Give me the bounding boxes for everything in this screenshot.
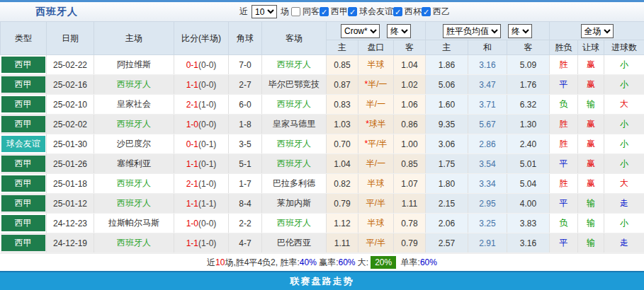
away-team[interactable]: 毕尔巴鄂竞技 — [269, 79, 320, 89]
full-time-score: 1-1 — [186, 80, 198, 90]
handicap-value: 球半 — [369, 119, 386, 129]
filter-checkbox-label: 西乙 — [433, 6, 450, 18]
result-wdl: 平 — [550, 194, 578, 214]
sub-header-avg-home: 主 — [426, 40, 468, 55]
handicap-line: 半/一 — [358, 154, 394, 174]
result-wdl: 平 — [550, 75, 578, 95]
col-header-home: 主场 — [94, 22, 174, 55]
avg-type-select[interactable]: 胜平负均值 — [443, 24, 501, 38]
handicap-line: 平/半 — [358, 233, 394, 253]
filter-checkbox-1[interactable]: ✓西甲 — [320, 6, 348, 18]
result-goals: 大 — [604, 174, 644, 194]
filter-checkbox-label: 同客 — [303, 6, 320, 18]
checked-checkbox-icon[interactable]: ✓ — [348, 7, 357, 16]
avg-draw-odds: 3.25 — [468, 214, 507, 233]
away-team[interactable]: 巴伦西亚 — [277, 238, 311, 248]
big-rate-badge: 20% — [371, 256, 396, 269]
handicap-line: 平/半 — [358, 194, 394, 214]
odds-away: 0.86 — [394, 115, 426, 134]
competition-cell: 西甲 — [1, 174, 47, 194]
odds-home: 1.12 — [327, 214, 358, 233]
corner-score: 1-7 — [229, 174, 262, 194]
odds-home: 1.11 — [327, 233, 358, 253]
footer-bar: 联赛盘路走势 — [0, 271, 644, 290]
col-header-type: 类型 — [1, 22, 47, 55]
handicap-line: 半球 — [358, 55, 394, 75]
away-team[interactable]: 西班牙人 — [277, 218, 311, 228]
result-goals: 小 — [604, 134, 644, 154]
filter-checkbox-4[interactable]: ✓西乙 — [422, 6, 450, 18]
away-team[interactable]: 西班牙人 — [277, 59, 311, 69]
away-team[interactable]: 西班牙人 — [277, 139, 311, 149]
home-team[interactable]: 西班牙人 — [117, 198, 151, 208]
filter-checkbox-3[interactable]: ✓西杯 — [393, 6, 422, 18]
checked-checkbox-icon[interactable]: ✓ — [320, 7, 329, 16]
match-date: 25-02-02 — [47, 115, 94, 134]
home-team[interactable]: 沙巴度尔 — [117, 139, 151, 149]
home-team[interactable]: 西班牙人 — [117, 238, 151, 248]
competition-cell: 西甲 — [1, 233, 47, 253]
odds-final-select[interactable]: 终 — [387, 24, 411, 38]
summary-segment: 赢率: — [317, 257, 339, 267]
odds-home: 1.03 — [327, 115, 358, 134]
away-team[interactable]: 巴拉多利德 — [273, 178, 315, 188]
corner-score: 3-5 — [229, 134, 262, 154]
handicap-value: 半球 — [368, 59, 385, 69]
table-row: 西甲 25-01-18 西班牙人 2-1(1-0) 1-7 巴拉多利德 0.82… — [1, 174, 644, 194]
handicap-line: 半/一 — [358, 95, 394, 115]
sub-header-result: 胜负 — [550, 40, 578, 55]
half-time-score: (0-0) — [198, 219, 216, 228]
avg-home-odds: 2.06 — [426, 214, 468, 233]
home-team[interactable]: 西班牙人 — [117, 178, 151, 188]
matches-label: 场 — [281, 6, 289, 18]
half-time-score: (1-0) — [198, 179, 216, 189]
home-team-cell: 西班牙人 — [94, 75, 174, 95]
filter-checkbox-2[interactable]: ✓球会友谊 — [348, 6, 393, 18]
away-team[interactable]: 西班牙人 — [277, 158, 311, 168]
unchecked-checkbox-icon[interactable]: ✓ — [291, 7, 300, 16]
away-team[interactable]: 皇家马德里 — [273, 119, 315, 129]
filter-checkboxes: ✓同客✓西甲✓球会友谊✓西杯✓西乙 — [291, 6, 450, 18]
filter-checkbox-0[interactable]: ✓同客 — [291, 6, 320, 18]
away-team-cell: 巴拉多利德 — [262, 174, 327, 194]
avg-home-odds: 1.75 — [426, 154, 468, 174]
score-cell: 1-0(0-0) — [174, 214, 229, 233]
sub-header-goals: 进球数 — [604, 40, 644, 55]
table-row: 西甲 24-12-23 拉斯帕尔马斯 1-0(0-0) 2-2 西班牙人 1.1… — [1, 214, 644, 233]
table-row: 西甲 25-01-26 塞维利亚 1-1(0-1) 5-1 西班牙人 1.04 … — [1, 154, 644, 174]
table-row: 西甲 25-02-16 西班牙人 1-1(0-0) 2-7 毕尔巴鄂竞技 0.8… — [1, 75, 644, 95]
page-title: 西班牙人 — [35, 6, 78, 18]
handicap-line: *球半 — [358, 115, 394, 134]
home-team[interactable]: 皇家社会 — [117, 99, 151, 109]
home-team[interactable]: 拉斯帕尔马斯 — [108, 218, 159, 228]
competition-badge: 西甲 — [1, 175, 46, 192]
home-team[interactable]: 阿拉维斯 — [117, 59, 151, 69]
home-team[interactable]: 塞维利亚 — [117, 158, 151, 168]
half-time-score: (1-0) — [198, 100, 216, 110]
recent-count-select[interactable]: 10 — [252, 5, 277, 18]
competition-cell: 西甲 — [1, 214, 47, 233]
checked-checkbox-icon[interactable]: ✓ — [422, 7, 431, 16]
avg-draw-odds: 3.34 — [468, 174, 507, 194]
avg-final-select[interactable]: 终 — [508, 24, 532, 38]
result-goals: 小 — [604, 55, 644, 75]
summary-bar: 近10场,胜4平4负2, 胜率:40% 赢率:60% 大:20% 单率:60% — [0, 253, 644, 271]
odds-source-select[interactable]: Crow* — [341, 24, 380, 38]
avg-home-odds: 1.86 — [426, 55, 468, 75]
odds-away: 0.78 — [394, 214, 426, 233]
scope-select[interactable]: 全场 — [581, 24, 614, 38]
result-wdl: 胜 — [550, 134, 578, 154]
result-handicap: 赢 — [578, 134, 604, 154]
competition-badge: 西甲 — [1, 195, 46, 211]
away-team[interactable]: 西班牙人 — [277, 99, 311, 109]
full-time-score: 0-1 — [186, 60, 198, 70]
home-team[interactable]: 西班牙人 — [117, 119, 151, 129]
match-date: 24-12-23 — [47, 214, 94, 233]
result-handicap: 赢 — [578, 115, 604, 134]
corner-score: 4-7 — [229, 233, 262, 253]
checked-checkbox-icon[interactable]: ✓ — [393, 7, 402, 16]
home-team[interactable]: 西班牙人 — [117, 79, 151, 89]
away-team-cell: 西班牙人 — [262, 95, 327, 115]
corner-score: 2-7 — [229, 75, 262, 95]
away-team[interactable]: 莱加内斯 — [277, 198, 311, 208]
